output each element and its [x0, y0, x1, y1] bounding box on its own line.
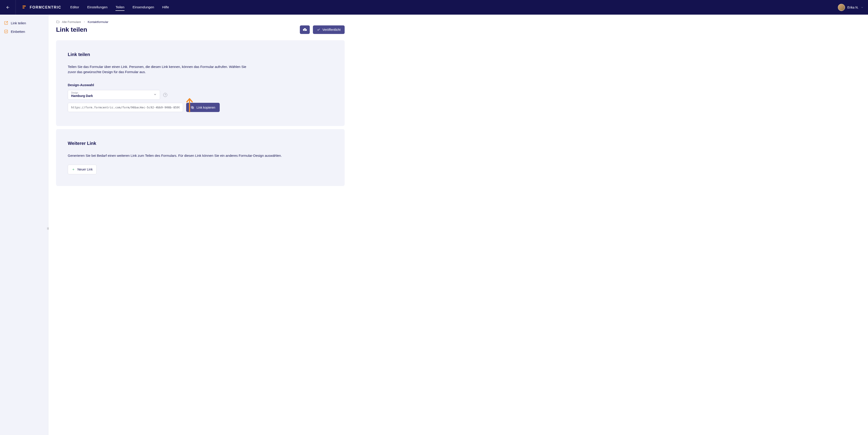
header-user[interactable]: Erika N. — [838, 0, 864, 14]
nav-editor[interactable]: Editor — [70, 4, 79, 11]
breadcrumb-current: Kontaktformular — [88, 20, 108, 24]
title-row: Link teilen Veröffentlicht — [56, 25, 345, 34]
share-link-input[interactable] — [68, 103, 183, 112]
help-icon[interactable]: ? — [163, 93, 167, 97]
publish-label: Veröffentlicht — [322, 28, 341, 32]
cloud-check-icon — [303, 28, 307, 32]
more-card-description: Generieren Sie bei Bedarf einen weiteren… — [68, 153, 333, 158]
main-inner: Alle Formulare Kontaktformular Link teil… — [49, 14, 352, 195]
nav-einsendungen[interactable]: Einsendungen — [132, 4, 154, 11]
logo-text: FORMCENTRIC — [30, 5, 61, 9]
back-button[interactable] — [0, 0, 16, 14]
user-name-label: Erika N. — [847, 6, 859, 9]
share-out-icon — [4, 21, 8, 25]
design-section-label: Design-Auswahl — [68, 83, 333, 87]
sidebar-item-link-teilen[interactable]: Link teilen — [0, 19, 48, 27]
svg-rect-1 — [23, 5, 26, 6]
sidebar-item-label: Link teilen — [11, 21, 26, 25]
logo-mark-icon — [22, 5, 27, 10]
design-select-mini-label: Design — [71, 92, 157, 94]
page-title: Link teilen — [56, 26, 87, 33]
new-link-button[interactable]: ＋ Neuer Link — [68, 165, 97, 174]
nav-teilen[interactable]: Teilen — [116, 4, 124, 11]
check-square-icon — [4, 30, 8, 34]
copy-link-label: Link kopieren — [196, 106, 215, 109]
design-select-row: Design Hamburg Dark ? — [68, 90, 333, 100]
nav-hilfe[interactable]: Hilfe — [162, 4, 169, 11]
save-cloud-button[interactable] — [300, 25, 310, 34]
copy-link-button[interactable]: Link kopieren — [186, 103, 220, 112]
svg-rect-2 — [23, 7, 25, 8]
folder-icon — [56, 20, 60, 24]
body: Link teilen Einbetten || Alle Formulare … — [0, 14, 868, 435]
check-icon — [317, 28, 320, 31]
primary-nav: Editor Einstellungen Teilen Einsendungen… — [70, 4, 169, 11]
copy-icon — [191, 106, 194, 109]
new-link-label: Neuer Link — [78, 168, 93, 171]
sidebar-collapse-handle[interactable]: || — [46, 225, 50, 232]
logo[interactable]: FORMCENTRIC — [16, 5, 67, 10]
sidebar-item-einbetten[interactable]: Einbetten — [0, 27, 48, 36]
arrow-left-icon — [6, 5, 10, 9]
additional-link-card: Weiterer Link Generieren Sie bei Bedarf … — [56, 129, 345, 186]
sidebar-item-label: Einbetten — [11, 30, 25, 34]
main-area: Alle Formulare Kontaktformular Link teil… — [49, 14, 868, 435]
breadcrumb-root[interactable]: Alle Formulare — [62, 20, 81, 24]
avatar — [838, 4, 845, 11]
share-card-title: Link teilen — [68, 52, 333, 57]
app-header: FORMCENTRIC Editor Einstellungen Teilen … — [0, 0, 868, 14]
design-select-value: Hamburg Dark — [71, 94, 157, 98]
title-actions: Veröffentlicht — [300, 25, 345, 34]
chevron-down-icon — [861, 6, 864, 9]
chevron-right-icon — [83, 21, 86, 23]
more-card-title: Weiterer Link — [68, 141, 333, 146]
nav-einstellungen[interactable]: Einstellungen — [87, 4, 107, 11]
share-card-description: Teilen Sie das Formular über einen Link.… — [68, 64, 252, 74]
chevron-down-icon — [154, 93, 157, 97]
svg-rect-3 — [4, 30, 8, 33]
share-link-card: Link teilen Teilen Sie das Formular über… — [56, 40, 345, 126]
app-root: FORMCENTRIC Editor Einstellungen Teilen … — [0, 0, 868, 435]
sidebar: Link teilen Einbetten || — [0, 14, 49, 435]
breadcrumb: Alle Formulare Kontaktformular — [56, 20, 345, 24]
plus-icon: ＋ — [71, 167, 75, 172]
design-select[interactable]: Design Hamburg Dark — [68, 90, 160, 100]
link-row: Link kopieren — [68, 103, 333, 112]
publish-status-button[interactable]: Veröffentlicht — [313, 25, 345, 34]
